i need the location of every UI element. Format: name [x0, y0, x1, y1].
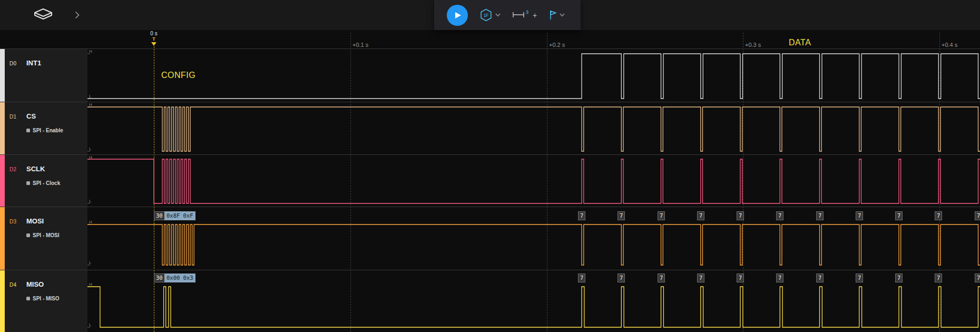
decoded-byte-badge: 7 [618, 274, 625, 282]
channel-id: D4 [9, 282, 16, 288]
channel-lane-cs: D1 CS SPI - Enable H L [0, 102, 980, 154]
channel-lane-miso: D4 MISO SPI - MISO H L 30 0x00 0x3 77777… [0, 270, 980, 332]
decoded-byte-badge: 7 [975, 211, 980, 220]
channel-color-stripe [0, 155, 5, 207]
decoded-byte-badge: 7 [856, 274, 863, 282]
time-tick-label: +0.1 s [352, 42, 368, 48]
analyzer-tag[interactable]: SPI - Clock [26, 180, 60, 186]
waveform-area-d0[interactable]: H L [87, 49, 980, 102]
analyzer-dot-icon [26, 181, 30, 185]
channel-name: INT1 [26, 59, 41, 67]
digital-waveform [87, 155, 980, 206]
channel-color-stripe [0, 207, 5, 270]
trigger-marker-letter: T [152, 36, 155, 42]
add-measurement-button[interactable]: 3 + [512, 11, 537, 19]
channel-lane-int1: D0 INT1 H L [0, 48, 980, 102]
waveform-area-d3[interactable]: H L 30 0x8F 0xF 77777777777 [87, 207, 980, 270]
channel-id: D1 [9, 114, 16, 120]
annotation-config-label[interactable]: CONFIG [161, 71, 195, 80]
analyzer-dot-icon [26, 233, 30, 237]
decoded-byte-badge: 7 [578, 274, 585, 282]
channel-id: D3 [9, 219, 16, 224]
waveform-area-d1[interactable]: H L [87, 102, 980, 154]
decoded-byte-badge: 7 [737, 274, 744, 282]
channel-name: CS [26, 112, 36, 120]
analyzer-dot-icon [26, 297, 30, 300]
decoded-byte-badge: 7 [776, 274, 783, 282]
channel-color-stripe [0, 102, 5, 154]
plus-icon: + [533, 12, 537, 19]
channel-lane-mosi: D3 MOSI SPI - MOSI H L 30 0x8F 0xF 77777… [0, 207, 980, 270]
sidebar-expand-chevron-icon[interactable] [75, 11, 80, 19]
channel-name: MOSI [26, 217, 44, 225]
decoded-byte-badge: 7 [697, 211, 704, 220]
decoder-annotations-mosi: 30 0x8F 0xF 77777777777 [87, 211, 980, 220]
device-id-label: 1F [484, 13, 489, 18]
analyzer-tag[interactable]: SPI - Enable [26, 128, 63, 133]
timeline-ruler[interactable]: 0 s T +0.1 s +0.2 s +0.3 s +0.4 s [0, 30, 980, 48]
decoded-byte-badge: 7 [658, 211, 665, 220]
annotation-data-label[interactable]: DATA [789, 38, 811, 47]
decoded-byte-badge: 7 [816, 274, 824, 282]
channel-lane-sclk: D2 SCLK SPI - Clock H L [0, 154, 980, 207]
decoded-frame-value: 0x8F 0xF [164, 211, 195, 220]
trigger-time-label: 0 s [150, 31, 157, 36]
device-selector[interactable]: 1F [479, 8, 501, 22]
decoded-byte-badge: 7 [697, 274, 704, 282]
channel-color-stripe [0, 49, 5, 102]
time-tick-label: +0.4 s [942, 42, 957, 48]
start-capture-button[interactable] [447, 5, 468, 26]
decoded-byte-badge: 7 [935, 274, 942, 282]
decoded-byte-badge: 7 [618, 211, 625, 220]
decoded-byte-badge: 7 [935, 211, 942, 220]
waveform-area-d4[interactable]: H L 30 0x00 0x3 77777777777 [87, 270, 980, 332]
decoded-byte-badge: 7 [658, 274, 665, 282]
chevron-down-icon [495, 13, 501, 17]
channel-panel-d1[interactable]: D1 CS SPI - Enable [0, 102, 87, 154]
capture-toolbar: 1F 3 + [434, 0, 581, 30]
analyzer-dot-icon [26, 129, 30, 132]
digital-waveform [87, 102, 980, 154]
analyzer-tag[interactable]: SPI - MISO [26, 296, 60, 301]
annotations-flag-menu[interactable] [548, 9, 565, 21]
analyzer-label: SPI - Clock [33, 180, 60, 186]
decoded-frame-index: 30 [154, 211, 165, 220]
decoded-byte-badge: 7 [737, 211, 744, 220]
channel-id: D0 [9, 61, 16, 66]
channel-panel-d2[interactable]: D2 SCLK SPI - Clock [0, 155, 87, 207]
analyzer-label: SPI - Enable [33, 128, 63, 133]
top-bar: 1F 3 + [0, 0, 980, 30]
time-tick-label: +0.3 s [745, 42, 761, 48]
time-tick-label: +0.2 s [549, 42, 565, 48]
decoded-byte-badge: 7 [856, 211, 863, 220]
channel-name: SCLK [26, 165, 45, 173]
channel-panel-d0[interactable]: D0 INT1 [0, 49, 87, 102]
decoder-annotations-miso: 30 0x00 0x3 77777777777 [87, 274, 980, 282]
decoded-byte-badge: 7 [975, 274, 980, 282]
flag-icon [548, 9, 557, 21]
decoded-byte-badge: 7 [578, 211, 585, 220]
decoded-byte-badge: 7 [895, 274, 903, 282]
channel-panel-d4[interactable]: D4 MISO SPI - MISO [0, 270, 87, 332]
analyzer-label: SPI - MISO [33, 296, 60, 301]
decoded-byte-badge: 7 [776, 211, 783, 220]
chevron-down-icon [560, 13, 565, 17]
decoded-byte-badge: 7 [816, 211, 824, 220]
waveform-area-d2[interactable]: H L [87, 155, 980, 207]
channel-panel-d3[interactable]: D3 MOSI SPI - MOSI [0, 207, 87, 270]
channel-color-stripe [0, 270, 5, 332]
device-hexagon-icon: 1F [479, 8, 493, 22]
analyzer-tag[interactable]: SPI - MOSI [26, 232, 60, 238]
measurement-count-badge: 3 [526, 9, 528, 15]
measurement-ruler-icon [512, 11, 525, 19]
play-icon [454, 11, 462, 19]
app-menu-button[interactable] [31, 7, 56, 24]
digital-waveform [87, 49, 980, 101]
decoded-frame-value: 0x00 0x3 [164, 274, 195, 282]
channel-id: D2 [9, 167, 16, 172]
analyzer-label: SPI - MOSI [33, 232, 60, 238]
decoded-byte-badge: 7 [895, 211, 903, 220]
decoded-frame-index: 30 [154, 274, 165, 282]
trigger-marker-icon[interactable] [151, 42, 156, 46]
channel-name: MISO [26, 280, 44, 288]
